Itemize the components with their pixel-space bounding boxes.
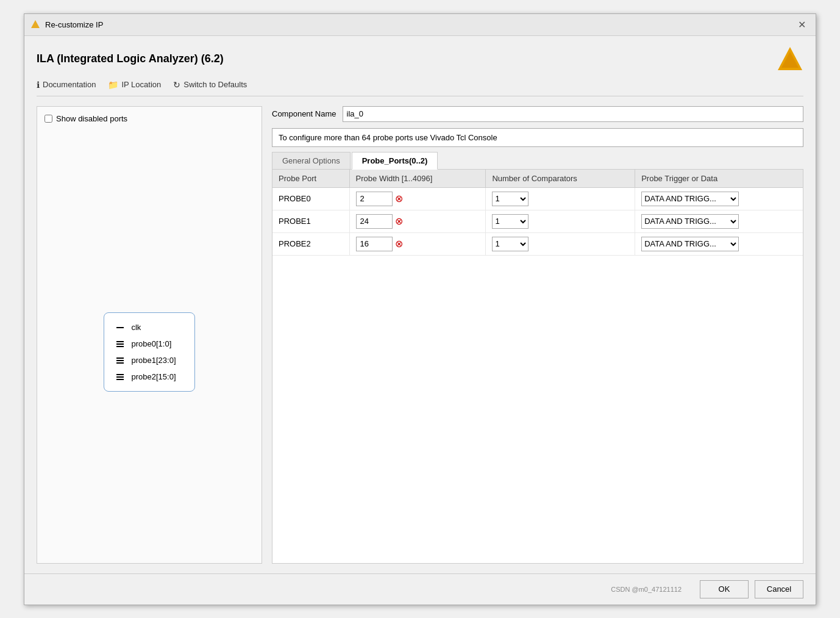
table-header-row: Probe Port Probe Width [1..4096] Number … (272, 170, 803, 188)
cell-num-comparators-2: 1 (486, 232, 635, 255)
tab-general-options-label: General Options (282, 156, 340, 165)
cell-num-comparators-1: 1 (486, 210, 635, 232)
ip-location-button[interactable]: 📁 IP Location (108, 80, 161, 90)
col-trigger-data: Probe Trigger or Data (635, 170, 803, 188)
xilinx-logo (777, 46, 803, 73)
port-clk-label: clk (131, 323, 141, 332)
dialog-title: ILA (Integrated Logic Analyzer) (6.2) (37, 52, 224, 65)
cell-trigger-data-0: DATA AND TRIGG... (635, 187, 803, 210)
svg-marker-0 (31, 20, 40, 28)
port-probe2-label: probe2[15:0] (131, 372, 176, 381)
show-disabled-ports-checkbox[interactable] (44, 115, 52, 123)
trigger-select-2[interactable]: DATA AND TRIGG... (641, 237, 739, 251)
cell-probe-port-0: PROBE0 (272, 187, 349, 210)
component-name-input[interactable] (343, 106, 804, 122)
table-row: PROBE0⊗1DATA AND TRIGG... (272, 187, 803, 210)
port-diagram: clk probe0[1:0] (44, 149, 254, 556)
port-probe2: probe2[15:0] (116, 372, 176, 381)
left-panel: Show disabled ports clk (37, 106, 262, 564)
comparator-select-0[interactable]: 1 (492, 192, 529, 206)
port-probe0: probe0[1:0] (116, 339, 176, 348)
port-dash-probe0 (116, 341, 124, 347)
cell-probe-width-1: ⊗ (349, 210, 486, 232)
component-name-label: Component Name (272, 109, 336, 118)
probe-table: Probe Port Probe Width [1..4096] Number … (272, 170, 803, 256)
toolbar: ℹ Documentation 📁 IP Location ↻ Switch t… (37, 80, 803, 96)
switch-defaults-button[interactable]: ↻ Switch to Defaults (173, 80, 247, 90)
cell-trigger-data-2: DATA AND TRIGG... (635, 232, 803, 255)
cell-num-comparators-0: 1 (486, 187, 635, 210)
cell-trigger-data-1: DATA AND TRIGG... (635, 210, 803, 232)
info-box: To configure more than 64 probe ports us… (272, 128, 803, 147)
footer-note: CSDN @m0_47121112 (37, 586, 682, 593)
comparator-select-1[interactable]: 1 (492, 214, 529, 229)
trigger-select-1[interactable]: DATA AND TRIGG... (641, 214, 739, 229)
cell-probe-port-1: PROBE1 (272, 210, 349, 232)
switch-defaults-label: Switch to Defaults (183, 80, 247, 89)
tab-general-options[interactable]: General Options (272, 152, 351, 169)
component-box: clk probe0[1:0] (104, 312, 194, 392)
info-message: To configure more than 64 probe ports us… (279, 133, 497, 142)
dialog-footer: CSDN @m0_47121112 OK Cancel (24, 573, 816, 605)
probe-width-input-2[interactable] (356, 237, 393, 251)
table-row: PROBE1⊗1DATA AND TRIGG... (272, 210, 803, 232)
trigger-select-0[interactable]: DATA AND TRIGG... (641, 192, 739, 206)
app-icon (30, 20, 40, 29)
clear-width-button-0[interactable]: ⊗ (395, 194, 403, 204)
refresh-icon: ↻ (173, 80, 180, 90)
cell-probe-width-2: ⊗ (349, 232, 486, 255)
documentation-label: Documentation (43, 80, 96, 89)
col-probe-port: Probe Port (272, 170, 349, 188)
probe-table-container: Probe Port Probe Width [1..4096] Number … (272, 170, 803, 564)
tab-probe-ports[interactable]: Probe_Ports(0..2) (352, 152, 438, 170)
col-probe-width: Probe Width [1..4096] (349, 170, 486, 188)
right-panel: Component Name To configure more than 64… (272, 106, 803, 564)
port-dash-probe1 (116, 358, 124, 364)
cancel-button[interactable]: Cancel (755, 580, 803, 598)
port-dash-probe2 (116, 374, 124, 380)
window-title: Re-customize IP (45, 20, 103, 29)
cell-probe-port-2: PROBE2 (272, 232, 349, 255)
cell-probe-width-0: ⊗ (349, 187, 486, 210)
port-probe0-label: probe0[1:0] (131, 339, 171, 348)
tabs-bar: General Options Probe_Ports(0..2) (272, 152, 803, 170)
show-ports-row: Show disabled ports (44, 114, 254, 123)
title-bar: Re-customize IP ✕ (24, 14, 816, 36)
clear-width-button-1[interactable]: ⊗ (395, 217, 403, 226)
folder-icon: 📁 (108, 80, 118, 90)
table-row: PROBE2⊗1DATA AND TRIGG... (272, 232, 803, 255)
dialog-header: ILA (Integrated Logic Analyzer) (6.2) (37, 46, 803, 73)
title-bar-left: Re-customize IP (30, 20, 103, 29)
ip-location-label: IP Location (121, 80, 161, 89)
close-button[interactable]: ✕ (794, 18, 810, 32)
probe-width-input-1[interactable] (356, 214, 393, 229)
port-dash-clk (116, 327, 124, 328)
component-name-row: Component Name (272, 106, 803, 122)
ok-button[interactable]: OK (700, 580, 749, 598)
comparator-select-2[interactable]: 1 (492, 237, 529, 251)
probe-width-input-0[interactable] (356, 192, 393, 206)
port-probe1: probe1[23:0] (116, 356, 176, 365)
show-disabled-ports-label: Show disabled ports (56, 114, 127, 123)
info-icon: ℹ (37, 80, 40, 90)
documentation-button[interactable]: ℹ Documentation (37, 80, 96, 90)
main-dialog: Re-customize IP ✕ ILA (Integrated Logic … (24, 13, 816, 605)
main-content: Show disabled ports clk (37, 106, 803, 564)
tab-probe-ports-label: Probe_Ports(0..2) (362, 156, 428, 165)
dialog-body: ILA (Integrated Logic Analyzer) (6.2) ℹ … (24, 36, 816, 573)
port-probe1-label: probe1[23:0] (131, 356, 176, 365)
port-clk: clk (116, 323, 176, 332)
clear-width-button-2[interactable]: ⊗ (395, 239, 403, 249)
col-num-comparators: Number of Comparators (486, 170, 635, 188)
